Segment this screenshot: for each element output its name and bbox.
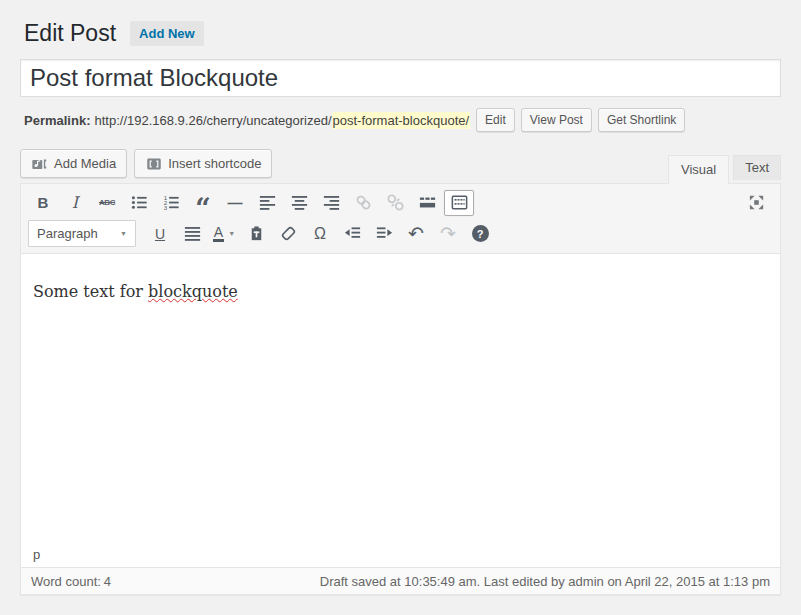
chevron-down-icon: ▼ — [120, 230, 127, 237]
help-button[interactable]: ? — [465, 221, 495, 247]
word-count-value: 4 — [104, 574, 111, 589]
read-more-icon — [418, 193, 437, 212]
unlink-icon — [386, 193, 405, 212]
insert-shortcode-label: Insert shortcode — [168, 156, 261, 171]
tab-visual[interactable]: Visual — [668, 155, 729, 184]
edit-post-page: Edit Post Add New Permalink: http://192.… — [0, 0, 801, 595]
editor-toolbar: B I ABC 123 “ — — [21, 184, 780, 254]
text-color-icon: A — [213, 226, 224, 242]
outdent-button[interactable] — [337, 221, 367, 247]
redo-icon: ↷ — [440, 226, 456, 242]
svg-text:3: 3 — [163, 204, 167, 211]
align-center-button[interactable] — [284, 190, 314, 216]
insert-link-button[interactable] — [348, 190, 378, 216]
add-media-icon — [31, 155, 49, 173]
word-count: Word count:4 — [31, 574, 114, 589]
horizontal-rule-button[interactable]: — — [220, 190, 250, 216]
italic-button[interactable]: I — [60, 190, 90, 216]
align-center-icon — [290, 193, 309, 212]
fullscreen-button[interactable] — [741, 190, 771, 216]
page-header: Edit Post Add New — [20, 9, 781, 54]
post-title-input[interactable] — [20, 59, 781, 97]
redo-button[interactable]: ↷ — [433, 221, 463, 247]
align-left-icon — [258, 193, 277, 212]
post-body-text: Some text for — [33, 282, 148, 301]
page-title: Edit Post — [24, 19, 116, 48]
blockquote-icon: “ — [195, 205, 211, 213]
add-media-button[interactable]: Add Media — [20, 149, 127, 178]
word-count-label: Word count: — [31, 574, 101, 589]
permalink-label: Permalink: — [24, 113, 90, 128]
paragraph-format-label: Paragraph — [37, 226, 98, 241]
justify-icon — [183, 224, 202, 243]
blockquote-button[interactable]: “ — [188, 190, 218, 216]
remove-link-button[interactable] — [380, 190, 410, 216]
toolbar-row-1: B I ABC 123 “ — — [28, 187, 773, 218]
read-more-button[interactable] — [412, 190, 442, 216]
edit-permalink-button[interactable]: Edit — [476, 108, 515, 132]
add-media-label: Add Media — [54, 156, 116, 171]
undo-button[interactable]: ↶ — [401, 221, 431, 247]
paste-as-text-button[interactable] — [241, 221, 271, 247]
permalink-url: http://192.168.9.26/cherry/uncategorized… — [94, 113, 331, 128]
paste-as-text-icon — [247, 224, 266, 243]
justify-button[interactable] — [177, 221, 207, 247]
tab-text[interactable]: Text — [733, 155, 781, 180]
clear-formatting-button[interactable] — [273, 221, 303, 247]
underline-icon: U — [155, 226, 165, 242]
undo-icon: ↶ — [408, 226, 424, 242]
post-status-bar: Word count:4 Draft saved at 10:35:49 am.… — [21, 567, 780, 594]
toolbar-row-2: Paragraph ▼ U A ▼ Ω — [28, 218, 773, 249]
indent-icon — [375, 224, 394, 243]
link-icon — [354, 193, 373, 212]
align-right-button[interactable] — [316, 190, 346, 216]
strikethrough-icon: ABC — [99, 198, 115, 207]
post-body-paragraph: Some text for blockquote — [33, 280, 768, 304]
horizontal-rule-icon: — — [228, 194, 243, 211]
bulleted-list-icon — [130, 193, 149, 212]
editor-frame: B I ABC 123 “ — — [20, 183, 781, 595]
shortcode-icon — [145, 155, 163, 173]
add-new-button[interactable]: Add New — [130, 21, 204, 46]
numbered-list-icon: 123 — [162, 193, 181, 212]
toolbar-toggle-button[interactable] — [444, 190, 474, 216]
indent-button[interactable] — [369, 221, 399, 247]
omega-icon: Ω — [314, 225, 326, 243]
align-right-icon — [322, 193, 341, 212]
media-toolbar: Add Media Insert shortcode Visual Text — [20, 149, 781, 183]
editor-content-area[interactable]: Some text for blockquote — [21, 254, 780, 544]
eraser-icon — [279, 224, 298, 243]
permalink-slug[interactable]: post-format-blockquote/ — [332, 112, 471, 129]
element-path-bar: p — [21, 544, 780, 567]
bold-icon: B — [38, 194, 49, 211]
text-color-button[interactable]: A ▼ — [209, 221, 239, 247]
bulleted-list-button[interactable] — [124, 190, 154, 216]
italic-icon: I — [72, 193, 78, 212]
align-left-button[interactable] — [252, 190, 282, 216]
bold-button[interactable]: B — [28, 190, 58, 216]
outdent-icon — [343, 224, 362, 243]
view-post-button[interactable]: View Post — [521, 108, 592, 132]
numbered-list-button[interactable]: 123 — [156, 190, 186, 216]
paragraph-format-select[interactable]: Paragraph ▼ — [28, 220, 136, 247]
special-character-button[interactable]: Ω — [305, 221, 335, 247]
permalink-row: Permalink: http://192.168.9.26/cherry/un… — [20, 108, 781, 132]
insert-shortcode-button[interactable]: Insert shortcode — [134, 149, 272, 178]
chevron-down-icon: ▼ — [228, 230, 235, 237]
get-shortlink-button[interactable]: Get Shortlink — [598, 108, 685, 132]
editor-tabs: Visual Text — [668, 155, 781, 183]
help-icon: ? — [472, 225, 489, 242]
underline-button[interactable]: U — [145, 221, 175, 247]
autosave-status: Draft saved at 10:35:49 am. Last edited … — [320, 574, 770, 589]
toolbar-toggle-icon — [450, 193, 469, 212]
element-path-item[interactable]: p — [33, 547, 40, 562]
fullscreen-icon — [747, 193, 766, 212]
strikethrough-button[interactable]: ABC — [92, 190, 122, 216]
misspelled-word: blockquote — [148, 282, 238, 301]
